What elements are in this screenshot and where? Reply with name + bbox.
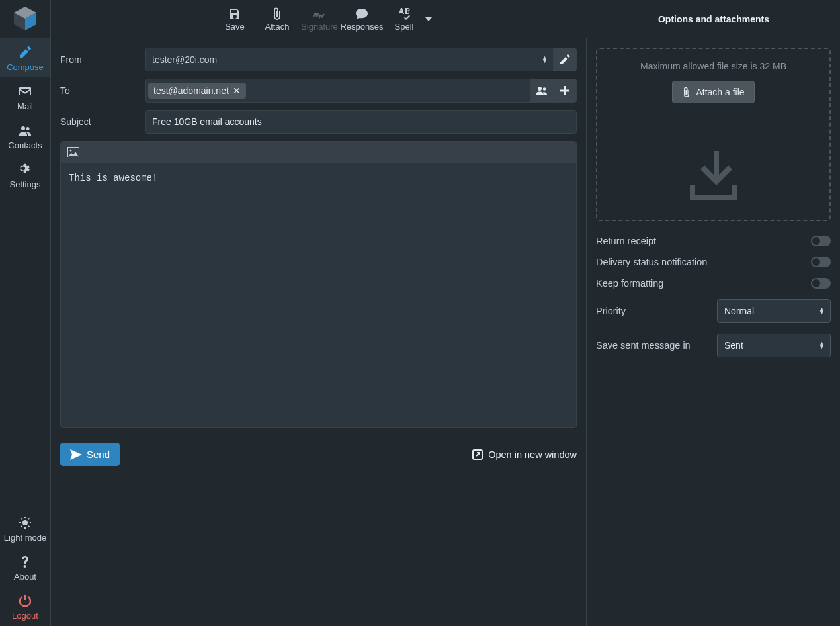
spell-icon bbox=[397, 6, 411, 22]
delivery-status-toggle[interactable] bbox=[811, 257, 831, 267]
sidebar-item-label: About bbox=[14, 572, 36, 582]
svg-line-12 bbox=[21, 526, 22, 527]
sidebar-item-label: Mail bbox=[17, 101, 33, 111]
send-icon bbox=[70, 449, 82, 460]
responses-button[interactable]: Responses bbox=[341, 0, 383, 38]
delivery-status-label: Delivery status notification bbox=[596, 257, 707, 267]
add-contact-button[interactable] bbox=[530, 79, 554, 103]
signature-button[interactable]: Signature bbox=[298, 0, 341, 38]
sidebar-item-settings[interactable]: Settings bbox=[0, 156, 50, 195]
attach-button[interactable]: Attach bbox=[256, 0, 298, 38]
select-arrows-icon: ▲▼ bbox=[819, 308, 825, 314]
save-sent-label: Save sent message in bbox=[596, 340, 691, 351]
comment-icon bbox=[355, 6, 368, 22]
send-button[interactable]: Send bbox=[60, 443, 120, 466]
gear-icon bbox=[19, 162, 32, 177]
sun-icon bbox=[19, 515, 32, 530]
add-recipient-button[interactable] bbox=[553, 79, 577, 103]
keep-formatting-toggle[interactable] bbox=[811, 278, 831, 289]
sidebar-item-mail[interactable]: Mail bbox=[0, 77, 50, 116]
contacts-icon bbox=[18, 123, 32, 138]
paperclip-icon bbox=[682, 87, 691, 97]
from-label: From bbox=[60, 54, 145, 65]
sidebar-item-logout[interactable]: Logout bbox=[0, 587, 50, 626]
svg-line-10 bbox=[21, 519, 22, 520]
contacts-icon bbox=[535, 85, 548, 96]
svg-point-14 bbox=[538, 87, 542, 91]
svg-line-13 bbox=[28, 519, 30, 520]
pencil-icon bbox=[560, 54, 570, 65]
select-arrows-icon: ▲▼ bbox=[819, 342, 825, 349]
attachment-dropzone[interactable]: Maximum allowed file size is 32 MB Attac… bbox=[596, 48, 831, 221]
svg-point-4 bbox=[26, 127, 30, 130]
mail-icon bbox=[19, 84, 32, 99]
sidebar-item-compose[interactable]: Compose bbox=[0, 38, 50, 77]
remove-recipient-icon[interactable]: ✕ bbox=[233, 85, 241, 96]
compose-pane: From tester@20i.com ▲▼ To bbox=[51, 38, 587, 626]
options-pane: Maximum allowed file size is 32 MB Attac… bbox=[587, 38, 840, 626]
download-icon bbox=[685, 146, 743, 204]
signature-icon bbox=[312, 6, 327, 22]
subject-input[interactable] bbox=[145, 110, 577, 134]
editor-body[interactable]: This is awesome! bbox=[61, 163, 576, 427]
save-button[interactable]: Save bbox=[214, 0, 256, 38]
select-arrows-icon: ▲▼ bbox=[542, 56, 548, 63]
top-toolbar: Save Attach Signature bbox=[51, 0, 840, 38]
save-sent-select[interactable]: Sent ▲▼ bbox=[717, 334, 831, 357]
keep-formatting-label: Keep formatting bbox=[596, 278, 663, 289]
svg-point-3 bbox=[21, 126, 25, 130]
external-icon bbox=[472, 449, 483, 460]
insert-image-button[interactable] bbox=[67, 147, 79, 157]
return-receipt-label: Return receipt bbox=[596, 236, 656, 246]
priority-select[interactable]: Normal ▲▼ bbox=[717, 299, 831, 323]
edit-identity-button[interactable] bbox=[553, 48, 577, 71]
options-header: Options and attachments bbox=[587, 0, 840, 38]
svg-line-11 bbox=[28, 526, 30, 527]
sidebar: Compose Mail Contacts Settings Light mo bbox=[0, 0, 51, 626]
svg-point-15 bbox=[543, 87, 546, 91]
spell-button[interactable]: Spell bbox=[383, 0, 425, 38]
paperclip-icon bbox=[272, 6, 282, 22]
editor: This is awesome! bbox=[60, 141, 577, 428]
image-icon bbox=[67, 147, 79, 157]
sidebar-item-label: Settings bbox=[10, 179, 41, 189]
svg-point-19 bbox=[70, 150, 72, 152]
sidebar-item-contacts[interactable]: Contacts bbox=[0, 116, 50, 156]
priority-label: Priority bbox=[596, 306, 626, 316]
svg-rect-17 bbox=[560, 90, 569, 92]
open-new-window-button[interactable]: Open in new window bbox=[472, 449, 577, 460]
cube-logo-icon bbox=[10, 4, 40, 34]
sidebar-item-about[interactable]: About bbox=[0, 548, 50, 587]
app-logo[interactable] bbox=[0, 0, 50, 38]
from-select[interactable]: tester@20i.com ▲▼ bbox=[145, 48, 554, 71]
editor-toolbar bbox=[61, 142, 576, 163]
to-field[interactable]: test@adomain.net ✕ bbox=[145, 79, 530, 103]
plus-icon bbox=[560, 86, 569, 95]
spell-dropdown-caret[interactable] bbox=[425, 17, 435, 21]
sidebar-item-label: Contacts bbox=[8, 140, 42, 150]
svg-rect-18 bbox=[67, 147, 79, 157]
dropzone-text: Maximum allowed file size is 32 MB bbox=[640, 61, 786, 71]
recipient-chip[interactable]: test@adomain.net ✕ bbox=[148, 83, 246, 99]
power-icon bbox=[19, 594, 31, 608]
sidebar-item-label: Logout bbox=[12, 611, 38, 621]
sidebar-item-label: Light mode bbox=[4, 533, 46, 543]
attach-file-button[interactable]: Attach a file bbox=[672, 81, 754, 103]
subject-label: Subject bbox=[60, 116, 145, 127]
svg-point-5 bbox=[22, 520, 28, 525]
save-icon bbox=[229, 6, 241, 22]
sidebar-item-label: Compose bbox=[7, 62, 44, 72]
question-icon bbox=[21, 555, 30, 569]
caret-down-icon bbox=[425, 17, 432, 21]
compose-icon bbox=[19, 45, 32, 60]
return-receipt-toggle[interactable] bbox=[811, 236, 831, 246]
to-label: To bbox=[60, 85, 145, 96]
sidebar-item-lightmode[interactable]: Light mode bbox=[0, 509, 50, 548]
